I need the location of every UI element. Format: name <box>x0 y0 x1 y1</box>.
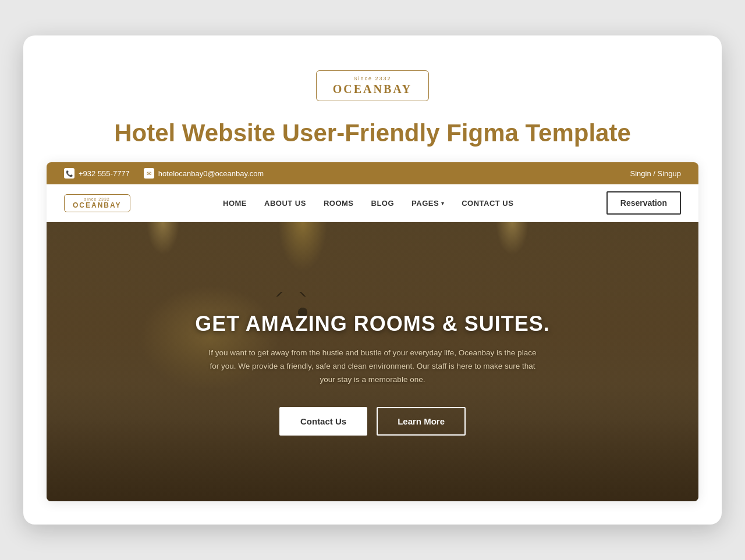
logo-since: Since 2332 <box>333 76 413 81</box>
top-bar-email: ✉ hotelocanbay0@oceanbay.com <box>144 168 264 179</box>
nav-logo-name: OCEANBAY <box>73 201 122 209</box>
learn-more-button[interactable]: Learn More <box>377 407 466 436</box>
nav-link-home[interactable]: HOME <box>223 199 247 208</box>
chevron-down-icon: ▾ <box>441 200 444 206</box>
nav-item-pages[interactable]: PAGES ▾ <box>411 199 444 208</box>
nav-link-pages[interactable]: PAGES <box>411 199 439 208</box>
nav-link-blog[interactable]: BLOG <box>371 199 395 208</box>
nav-item-about[interactable]: ABOUT US <box>264 198 306 208</box>
navbar: since 2332 OCEANBAY HOME ABOUT US ROOMS … <box>47 184 698 222</box>
page-title: Hotel Website User-Friendly Figma Templa… <box>47 107 698 162</box>
top-bar-left: 📞 +932 555-7777 ✉ hotelocanbay0@oceanbay… <box>64 168 264 179</box>
nav-link-contact[interactable]: CONTACT US <box>462 199 513 208</box>
device-frame: Since 2332 OCEANBAY Hotel Website User-F… <box>23 35 722 525</box>
contact-us-button[interactable]: Contact Us <box>279 407 367 436</box>
nav-logo-since: since 2332 <box>73 197 122 201</box>
nav-link-about[interactable]: ABOUT US <box>264 199 306 208</box>
nav-item-rooms[interactable]: ROOMS <box>324 198 354 208</box>
logo-badge: Since 2332 OCEANBAY <box>316 70 430 101</box>
email-icon: ✉ <box>144 168 154 179</box>
hero-section: GET AMAZING ROOMS & SUITES. If you want … <box>47 222 698 501</box>
top-bar-auth[interactable]: Singin / Singup <box>630 169 681 178</box>
hero-subtitle: If you want to get away from the hustle … <box>204 347 541 387</box>
nav-item-home[interactable]: HOME <box>223 198 247 208</box>
nav-item-blog[interactable]: BLOG <box>371 198 395 208</box>
reservation-button[interactable]: Reservation <box>606 191 681 215</box>
nav-logo[interactable]: since 2332 OCEANBAY <box>64 194 130 212</box>
nav-link-rooms[interactable]: ROOMS <box>324 199 354 208</box>
phone-icon: 📞 <box>64 168 74 179</box>
nav-item-contact[interactable]: CONTACT US <box>462 198 513 208</box>
top-bar-phone: 📞 +932 555-7777 <box>64 168 130 179</box>
logo-name: OCEANBAY <box>333 83 413 96</box>
top-bar: 📞 +932 555-7777 ✉ hotelocanbay0@oceanbay… <box>47 162 698 184</box>
hero-title: GET AMAZING ROOMS & SUITES. <box>195 312 550 336</box>
website-container: 📞 +932 555-7777 ✉ hotelocanbay0@oceanbay… <box>47 162 698 501</box>
logo-section: Since 2332 OCEANBAY <box>47 59 698 107</box>
hero-content: GET AMAZING ROOMS & SUITES. If you want … <box>47 245 698 501</box>
hero-buttons: Contact Us Learn More <box>279 407 466 436</box>
nav-links: HOME ABOUT US ROOMS BLOG PAGES ▾ <box>223 198 513 208</box>
